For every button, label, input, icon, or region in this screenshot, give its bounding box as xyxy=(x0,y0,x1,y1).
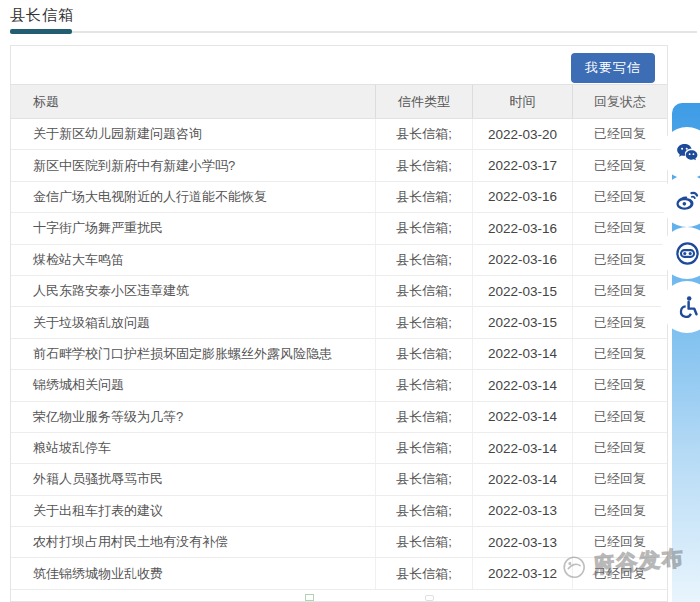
letter-date-cell: 2022-03-15 xyxy=(472,276,572,306)
letter-type-cell: 县长信箱; xyxy=(375,119,472,149)
letter-status-cell: 已经回复 xyxy=(572,245,667,275)
letter-status-cell: 已经回复 xyxy=(572,213,667,243)
letter-title-link[interactable]: 煤检站大车鸣笛 xyxy=(11,251,375,269)
letter-date-cell: 2022-03-13 xyxy=(472,496,572,526)
letter-title-link[interactable]: 新区中医院到新府中有新建小学吗? xyxy=(11,157,375,175)
letter-date-cell: 2022-03-14 xyxy=(472,402,572,432)
letter-date-cell: 2022-03-13 xyxy=(472,527,572,557)
letter-title-link[interactable]: 关于垃圾箱乱放问题 xyxy=(11,314,375,332)
letter-status-cell: 已经回复 xyxy=(572,558,667,588)
column-header-status: 回复状态 xyxy=(572,85,667,118)
table-row: 关于出租车打表的建议县长信箱;2022-03-13已经回复 xyxy=(11,496,667,527)
letter-status-cell: 已经回复 xyxy=(572,496,667,526)
wechat-icon xyxy=(674,140,700,167)
table-row: 十字街广场舞严重扰民县长信箱;2022-03-16已经回复 xyxy=(11,213,667,244)
letter-type-cell: 县长信箱; xyxy=(375,307,472,337)
letter-type-cell: 县长信箱; xyxy=(375,558,472,588)
letter-title-link[interactable]: 金信广场大电视附近的人行道能不能恢复 xyxy=(11,188,375,206)
letter-date-cell: 2022-03-20 xyxy=(472,119,572,149)
column-header-type: 信件类型 xyxy=(375,85,472,118)
letter-status-cell: 已经回复 xyxy=(572,339,667,369)
title-accent-underline xyxy=(10,29,72,34)
weibo-icon xyxy=(674,188,700,215)
table-body: 关于新区幼儿园新建问题咨询县长信箱;2022-03-20已经回复新区中医院到新府… xyxy=(11,119,667,590)
letter-date-cell: 2022-03-14 xyxy=(472,464,572,494)
table-header-row: 标题信件类型时间回复状态 xyxy=(11,84,667,119)
letter-title-link[interactable]: 十字街广场舞严重扰民 xyxy=(11,219,375,237)
letter-title-link[interactable]: 关于出租车打表的建议 xyxy=(11,502,375,520)
letter-title-link[interactable]: 人民东路安泰小区违章建筑 xyxy=(11,282,375,300)
table-row: 锦绣城相关问题县长信箱;2022-03-14已经回复 xyxy=(11,370,667,401)
table-row: 新区中医院到新府中有新建小学吗?县长信箱;2022-03-17已经回复 xyxy=(11,150,667,181)
letter-title-link[interactable]: 筑佳锦绣城物业乱收费 xyxy=(11,565,375,583)
letter-status-cell: 已经回复 xyxy=(572,150,667,180)
letter-type-cell: 县长信箱; xyxy=(375,339,472,369)
letter-type-cell: 县长信箱; xyxy=(375,496,472,526)
column-header-title: 标题 xyxy=(11,93,375,111)
table-row: 荣亿物业服务等级为几等?县长信箱;2022-03-14已经回复 xyxy=(11,402,667,433)
table-row: 人民东路安泰小区违章建筑县长信箱;2022-03-15已经回复 xyxy=(11,276,667,307)
letters-panel: 我要写信 标题信件类型时间回复状态 关于新区幼儿园新建问题咨询县长信箱;2022… xyxy=(10,45,668,602)
letter-title-link[interactable]: 外籍人员骚扰辱骂市民 xyxy=(11,470,375,488)
letter-status-cell: 已经回复 xyxy=(572,370,667,400)
letter-type-cell: 县长信箱; xyxy=(375,245,472,275)
table-row: 前石畔学校门口护栏损坏固定膨胀螺丝外露风险隐患县长信箱;2022-03-14已经… xyxy=(11,339,667,370)
table-row: 煤检站大车鸣笛县长信箱;2022-03-16已经回复 xyxy=(11,245,667,276)
letter-type-cell: 县长信箱; xyxy=(375,527,472,557)
table-row: 外籍人员骚扰辱骂市民县长信箱;2022-03-14已经回复 xyxy=(11,464,667,495)
letter-status-cell: 已经回复 xyxy=(572,402,667,432)
table-row: 关于垃圾箱乱放问题县长信箱;2022-03-15已经回复 xyxy=(11,307,667,338)
letter-title-link[interactable]: 关于新区幼儿园新建问题咨询 xyxy=(11,125,375,143)
letter-status-cell: 已经回复 xyxy=(572,182,667,212)
letter-status-cell: 已经回复 xyxy=(572,119,667,149)
letter-status-cell: 已经回复 xyxy=(572,464,667,494)
letter-type-cell: 县长信箱; xyxy=(375,370,472,400)
letter-title-link[interactable]: 荣亿物业服务等级为几等? xyxy=(11,408,375,426)
letter-type-cell: 县长信箱; xyxy=(375,182,472,212)
letter-status-cell: 已经回复 xyxy=(572,276,667,306)
column-header-time: 时间 xyxy=(472,85,572,118)
letter-date-cell: 2022-03-16 xyxy=(472,213,572,243)
letter-type-cell: 县长信箱; xyxy=(375,464,472,494)
page-title: 县长信箱 xyxy=(10,6,74,25)
letter-type-cell: 县长信箱; xyxy=(375,276,472,306)
letter-title-link[interactable]: 锦绣城相关问题 xyxy=(11,376,375,394)
letter-date-cell: 2022-03-14 xyxy=(472,339,572,369)
mailbox-page: 县长信箱 我要写信 标题信件类型时间回复状态 关于新区幼儿园新建问题咨询县长信箱… xyxy=(0,0,700,602)
letter-date-cell: 2022-03-12 xyxy=(472,558,572,588)
table-row: 关于新区幼儿园新建问题咨询县长信箱;2022-03-20已经回复 xyxy=(11,119,667,150)
letter-date-cell: 2022-03-16 xyxy=(472,245,572,275)
letter-type-cell: 县长信箱; xyxy=(375,213,472,243)
letter-status-cell: 已经回复 xyxy=(572,433,667,463)
letter-status-cell: 已经回复 xyxy=(572,527,667,557)
table-row: 粮站坡乱停车县长信箱;2022-03-14已经回复 xyxy=(11,433,667,464)
pagination-hint2-icon xyxy=(425,595,434,601)
letter-status-cell: 已经回复 xyxy=(572,307,667,337)
letter-type-cell: 县长信箱; xyxy=(375,433,472,463)
pagination-hint-icon xyxy=(305,594,314,601)
write-letter-button[interactable]: 我要写信 xyxy=(571,53,655,83)
letter-title-link[interactable]: 前石畔学校门口护栏损坏固定膨胀螺丝外露风险隐患 xyxy=(11,345,375,363)
letter-date-cell: 2022-03-14 xyxy=(472,370,572,400)
letter-title-link[interactable]: 农村打坝占用村民土地有没有补偿 xyxy=(11,533,375,551)
chatbot-icon xyxy=(674,240,700,267)
letter-date-cell: 2022-03-17 xyxy=(472,150,572,180)
table-row: 农村打坝占用村民土地有没有补偿县长信箱;2022-03-13已经回复 xyxy=(11,527,667,558)
letter-title-link[interactable]: 粮站坡乱停车 xyxy=(11,439,375,457)
letter-date-cell: 2022-03-16 xyxy=(472,182,572,212)
title-divider xyxy=(10,31,697,33)
letter-type-cell: 县长信箱; xyxy=(375,150,472,180)
table-row: 金信广场大电视附近的人行道能不能恢复县长信箱;2022-03-16已经回复 xyxy=(11,182,667,213)
toolbar: 我要写信 xyxy=(11,46,667,84)
letter-type-cell: 县长信箱; xyxy=(375,402,472,432)
letter-date-cell: 2022-03-15 xyxy=(472,307,572,337)
letter-date-cell: 2022-03-14 xyxy=(472,433,572,463)
table-row: 筑佳锦绣城物业乱收费县长信箱;2022-03-12已经回复 xyxy=(11,558,667,589)
accessibility-icon xyxy=(674,294,700,321)
